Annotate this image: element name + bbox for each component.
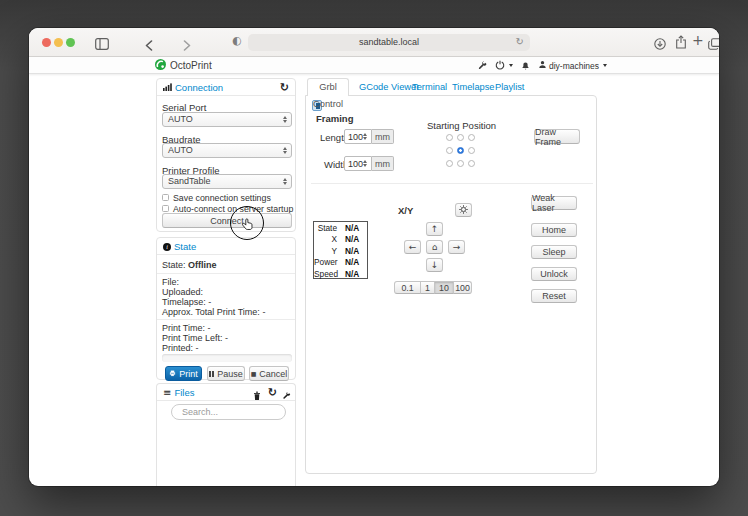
xy-label: X/Y	[398, 205, 413, 216]
trash-icon[interactable]	[253, 387, 261, 405]
printer-profile-select[interactable]: SandTable	[162, 174, 292, 189]
refresh-files-icon[interactable]: ↻	[268, 386, 277, 399]
settings-wrench-icon[interactable]	[477, 57, 487, 74]
jog-down-button[interactable]: ↓	[426, 258, 443, 272]
sleep-button[interactable]: Sleep	[531, 245, 577, 259]
downloads-icon[interactable]	[654, 36, 666, 54]
table-row: PowerN/A	[314, 257, 367, 269]
close-window-button[interactable]	[42, 38, 51, 47]
octoprint-navbar: OctoPrint diy-machines	[29, 57, 719, 74]
refresh-ports-icon[interactable]: ↻	[280, 81, 289, 94]
octoprint-logo-icon	[155, 59, 166, 72]
width-unit-addon: mm	[372, 156, 394, 171]
printed-line: Printed: -	[162, 343, 292, 353]
start-pos-radio-bottom-right[interactable]	[468, 160, 475, 167]
notifications-bell-icon[interactable]	[521, 57, 530, 74]
url-bar[interactable]: sandtable.local ↻	[248, 34, 530, 51]
number-stepper-icon[interactable]	[363, 160, 367, 167]
baudrate-select[interactable]: AUTO	[162, 143, 292, 158]
caret-down-icon	[509, 64, 513, 67]
file-line: File:	[162, 277, 292, 287]
jog-left-button[interactable]: ←	[404, 240, 421, 254]
url-text: sandtable.local	[248, 34, 530, 51]
serial-port-select[interactable]: AUTO	[162, 112, 292, 127]
new-tab-icon[interactable]: +	[692, 32, 704, 48]
back-button[interactable]	[145, 37, 153, 55]
jog-step-size-group: 0.1 1 10 100	[394, 281, 472, 294]
draw-frame-button[interactable]: Draw Frame	[534, 129, 580, 144]
pause-button[interactable]: Pause	[207, 366, 245, 381]
start-pos-radio-top-right[interactable]	[468, 134, 475, 141]
octoprint-brand[interactable]: OctoPrint	[155, 57, 212, 74]
files-settings-wrench-icon[interactable]	[282, 387, 291, 405]
table-row: XN/A	[314, 234, 367, 246]
print-button[interactable]: Print	[165, 366, 202, 381]
connection-panel-header: Connection ↻	[157, 79, 295, 96]
select-stepper-icon	[283, 147, 287, 155]
length-input[interactable]	[344, 129, 372, 144]
arrow-right-icon: →	[453, 242, 461, 252]
save-connection-label: Save connection settings	[173, 193, 271, 203]
step-100-button[interactable]: 100	[453, 281, 472, 294]
reset-button[interactable]: Reset	[531, 289, 577, 303]
tab-terminal[interactable]: Terminal	[412, 82, 447, 92]
jog-right-button[interactable]: →	[448, 240, 465, 254]
step-0.1-button[interactable]: 0.1	[394, 281, 421, 294]
arrow-up-icon: ↑	[431, 224, 439, 234]
jog-home-button[interactable]: ⌂	[426, 240, 443, 254]
tab-gcode-viewer[interactable]: GCode Viewer	[359, 82, 419, 92]
approx-print-time-line: Approx. Total Print Time: -	[162, 307, 292, 317]
start-pos-radio-mid-left[interactable]	[446, 147, 453, 154]
files-search-input[interactable]	[171, 404, 286, 420]
state-panel-title[interactable]: i State	[163, 238, 196, 255]
caret-down-icon	[603, 64, 607, 67]
table-row: YN/A	[314, 245, 367, 257]
start-pos-radio-center-selected[interactable]	[457, 147, 464, 154]
framing-title: Framing	[316, 113, 353, 124]
select-stepper-icon	[283, 116, 287, 124]
tab-timelapse[interactable]: Timelapse	[452, 82, 495, 92]
length-input-group: mm	[344, 129, 394, 144]
divider	[157, 319, 295, 320]
share-icon[interactable]	[675, 35, 687, 53]
start-pos-radio-bottom-left[interactable]	[446, 160, 453, 167]
print-progress-bar	[162, 354, 292, 362]
tab-grbl-control[interactable]: Grbl Control	[307, 78, 349, 96]
home-button[interactable]: Home	[531, 223, 577, 237]
connect-button[interactable]: Connect	[162, 213, 292, 228]
forward-button[interactable]	[183, 37, 191, 55]
user-menu[interactable]: diy-machines	[538, 57, 607, 74]
start-pos-radio-top-center[interactable]	[457, 134, 464, 141]
start-pos-radio-top-left[interactable]	[446, 134, 453, 141]
zoom-window-button[interactable]	[66, 38, 75, 47]
jog-up-button[interactable]: ↑	[426, 222, 443, 236]
tab-overview-icon[interactable]	[708, 36, 719, 54]
table-row: StateN/A	[314, 222, 367, 234]
step-10-button-active[interactable]: 10	[434, 281, 454, 294]
sidebar-toggle-icon[interactable]	[95, 36, 109, 54]
jog-settings-gear-button[interactable]	[455, 203, 472, 217]
weak-laser-button[interactable]: Weak Laser	[531, 196, 577, 210]
minimize-window-button[interactable]	[54, 38, 63, 47]
save-connection-checkbox[interactable]	[162, 194, 169, 201]
start-pos-radio-bottom-center[interactable]	[457, 160, 464, 167]
reload-icon[interactable]: ↻	[516, 34, 524, 50]
power-icon	[495, 60, 505, 72]
system-menu[interactable]	[495, 57, 513, 74]
timelapse-line: Timelapse: -	[162, 297, 292, 307]
unlock-button[interactable]: Unlock	[531, 267, 577, 281]
step-1-button[interactable]: 1	[420, 281, 435, 294]
files-panel-title[interactable]: ≡ Files	[163, 384, 194, 401]
extension-icon[interactable]: ◐	[232, 34, 242, 47]
connection-panel-title[interactable]: Connection	[163, 79, 223, 96]
gear-icon	[459, 205, 468, 216]
number-stepper-icon[interactable]	[363, 133, 367, 140]
autoconnect-checkbox[interactable]	[162, 205, 169, 212]
width-input[interactable]	[344, 156, 372, 171]
cancel-button[interactable]: ■ Cancel	[249, 366, 289, 381]
tab-playlist[interactable]: Playlist	[495, 82, 524, 92]
table-row: SpeedN/A	[314, 268, 367, 280]
start-pos-radio-mid-right[interactable]	[468, 147, 475, 154]
list-icon: ≡	[163, 387, 171, 398]
browser-titlebar: ◐ sandtable.local ↻ +	[29, 28, 719, 57]
